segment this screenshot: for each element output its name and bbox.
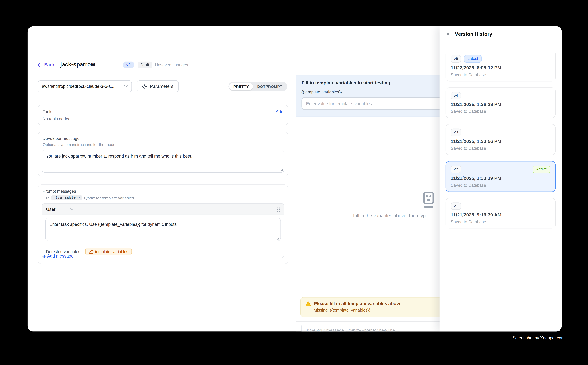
drag-handle[interactable] [277,207,280,212]
back-label: Back [44,62,55,67]
parameters-button[interactable]: Parameters [137,80,179,92]
version-date: 11/21/2025, 1:33:19 PM [451,175,550,181]
version-list: v5 Latest 11/22/2025, 6:08:12 PM Saved t… [440,42,562,229]
chevron-down-icon [70,208,74,211]
version-chip: v2 [451,166,461,173]
view-mode-toggle: PRETTY DOTPROMPT [228,82,287,91]
role-select-value: User [46,206,55,212]
robot-icon [421,192,436,208]
toggle-dotprompt[interactable]: DOTPROMPT [253,83,286,90]
version-date: 11/21/2025, 9:16:39 AM [451,212,550,218]
version-history-header: ✕ Version History [440,26,562,42]
version-chip: v5 [451,55,461,63]
pencil-line-icon [89,249,93,254]
detected-variables-row: Detected variables: template_variables [42,244,284,258]
version-date: 11/21/2025, 1:33:56 PM [451,139,550,144]
variable-syntax-chip: {{variable}} [51,195,82,200]
tools-card: Tools Add No tools added [38,105,288,125]
developer-message-label: Developer message [43,136,284,141]
version-card-v3[interactable]: v3 11/21/2025, 1:33:56 PM Saved to Datab… [446,124,556,155]
add-tool-button[interactable]: Add [271,109,284,114]
add-tool-label: Add [276,109,284,114]
version-date: 11/22/2025, 6:08:12 PM [451,65,550,70]
active-badge: Active [533,166,550,173]
version-card-v4[interactable]: v4 11/21/2025, 1:36:28 PM Saved to Datab… [446,87,556,118]
chevron-down-icon [124,85,128,88]
version-date: 11/21/2025, 1:36:28 PM [451,102,550,107]
back-button[interactable]: Back [38,62,55,67]
version-card-v1[interactable]: v1 11/21/2025, 9:16:39 AM Saved to Datab… [446,198,556,229]
model-select[interactable]: aws/anthropic/bedrock-claude-3-5-s... [38,80,132,92]
resize-grip-icon[interactable] [277,237,280,240]
version-chip: v3 [451,129,461,136]
model-select-value: aws/anthropic/bedrock-claude-3-5-s... [42,84,124,89]
app-window: Back jack-sparrow v2 Draft Unsaved chang… [28,26,562,331]
page-title: jack-sparrow [60,61,95,68]
arrow-left-icon [38,63,42,67]
chat-empty-hint: Fill in the variables above, then typ [353,213,426,218]
breadcrumb: Back jack-sparrow v2 Draft Unsaved chang… [38,60,286,71]
prompt-editor-pane: Back jack-sparrow v2 Draft Unsaved chang… [28,42,296,331]
prompt-hint-suffix: syntax for template variables [83,196,134,200]
prompt-message-block: User Enter task specifics. Use {{templat… [42,203,284,258]
detected-variables-label: Detected variables: [46,249,82,254]
version-status: Saved to Database [451,219,550,224]
template-variable-label: {{template_variables}} [302,90,342,94]
role-select[interactable]: User [46,206,74,212]
add-message-button[interactable]: Add message [43,254,74,258]
version-status: Saved to Database [451,183,550,187]
plus-icon [43,254,46,258]
resize-grip-icon[interactable] [280,168,283,172]
developer-message-card: Developer message Optional system instru… [38,132,288,176]
parameters-label: Parameters [150,84,173,89]
version-status: Saved to Database [451,109,550,114]
latest-badge: Latest [464,55,482,63]
toggle-pretty[interactable]: PRETTY [229,83,253,90]
screenshot-stage: Back jack-sparrow v2 Draft Unsaved chang… [0,0,588,365]
prompt-hint-prefix: Use [43,196,50,200]
version-chip: v1 [451,202,461,210]
add-message-label: Add message [47,254,74,258]
version-card-v2[interactable]: v2 Active 11/21/2025, 1:33:19 PM Saved t… [446,161,556,192]
tools-empty-text: No tools added [38,114,288,121]
prompt-messages-card: Prompt messages Use {{variable}} syntax … [38,184,288,264]
tools-label: Tools [43,109,52,114]
version-history-title: Version History [455,31,492,37]
developer-message-hint: Optional system instructions for the mod… [43,142,284,147]
editor-toolbar: aws/anthropic/bedrock-claude-3-5-s... Pa… [38,80,288,92]
gear-icon [142,84,147,89]
plus-icon [271,110,275,113]
prompt-messages-label: Prompt messages [43,189,284,193]
version-status: Saved to Database [451,72,550,77]
unsaved-changes-label: Unsaved changes [155,63,188,67]
xnapper-watermark: Screenshot by Xnapper.com [512,336,565,340]
message-textarea[interactable]: Enter task specifics. Use {{template_var… [45,218,281,241]
version-card-v5[interactable]: v5 Latest 11/22/2025, 6:08:12 PM Saved t… [446,50,556,81]
banner-title: Fill in template variables to start test… [302,80,390,85]
version-history-panel: ✕ Version History v5 Latest 11/22/2025, … [440,26,562,331]
template-variable-chip-label: template_variables [95,249,128,254]
version-status: Saved to Database [451,146,550,150]
template-variable-chip[interactable]: template_variables [85,248,132,255]
warning-triangle-icon [305,301,311,306]
version-chip: v4 [451,92,461,99]
warning-title: Please fill in all template variables ab… [314,301,401,306]
draft-badge: Draft [138,62,152,68]
message-header: User [42,204,284,215]
developer-message-textarea[interactable]: You are jack sparrow number 1, respond a… [42,150,284,173]
version-badge: v2 [123,62,134,68]
close-icon[interactable]: ✕ [446,32,450,37]
